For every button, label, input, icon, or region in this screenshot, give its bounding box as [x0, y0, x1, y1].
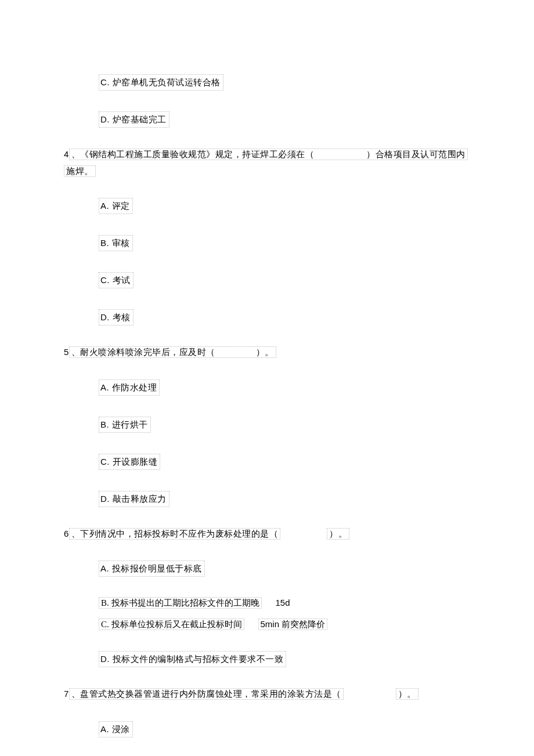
question-stem: 、盘管式热交换器管道进行内外防腐蚀处理，常采用的涂装方法是（）。 — [69, 689, 418, 699]
option-letter: D. — [100, 114, 113, 124]
q6-option-c: C. 投标单位投标后又在截止投标时间5min 前突然降价 — [99, 619, 470, 630]
q5-option-b: B. 进行烘干 — [99, 417, 151, 433]
option-text: 炉窑单机无负荷试运转合格 — [113, 78, 221, 87]
q4-option-d: D. 考核 — [99, 309, 134, 325]
question-stem: 、耐火喷涂料喷涂完毕后，应及时（）。 — [69, 346, 276, 358]
question-6: 6、下列情况中，招标投标时不应作为废标处理的是（）。 — [64, 526, 470, 542]
q3-option-c: C. 炉窑单机无负荷试运转合格 — [99, 74, 223, 91]
q3-option-d: D. 炉窑基础完工 — [99, 111, 169, 128]
question-7: 7、盘管式热交换器管道进行内外防腐蚀处理，常采用的涂装方法是（）。 — [64, 686, 470, 703]
q5-option-a: A. 作防水处理 — [99, 379, 160, 396]
q4-option-b: B. 审核 — [99, 235, 133, 251]
question-stem: 、下列情况中，招标投标时不应作为废标处理的是（）。 — [69, 529, 350, 538]
option-text: 炉窑基础完工 — [113, 115, 167, 124]
q6-option-d: D. 投标文件的编制格式与招标文件要求不一致 — [99, 651, 286, 667]
q4-option-c: C. 考试 — [99, 272, 134, 288]
q7-option-a: A. 浸涂 — [99, 721, 133, 737]
question-5: 5、耐火喷涂料喷涂完毕后，应及时（）。 — [64, 344, 470, 361]
question-number: 7 — [64, 689, 69, 699]
question-4: 4、《钢结构工程施工质量验收规范》规定，持证焊工必须在（）合格项目及认可范围内 … — [64, 146, 470, 179]
q5-option-d: D. 敲击释放应力 — [99, 491, 169, 507]
question-stem-line2: 施焊。 — [64, 165, 96, 177]
q4-option-a: A. 评定 — [99, 198, 133, 214]
q5-option-c: C. 开设膨胀缝 — [99, 454, 160, 470]
question-stem-line1: 、《钢结构工程施工质量验收规范》规定，持证焊工必须在（）合格项目及认可范围内 — [69, 149, 468, 160]
document-page: C. 炉窑单机无负荷试运转合格 D. 炉窑基础完工 4、《钢结构工程施工质量验收… — [0, 0, 534, 756]
option-letter: C. — [100, 77, 113, 87]
question-number: 4 — [64, 149, 69, 159]
q6-option-b: B. 投标书提出的工期比招标文件的工期晚15d — [99, 598, 470, 609]
question-number: 5 — [64, 347, 69, 357]
question-number: 6 — [64, 529, 69, 538]
q6-option-a: A. 投标报价明显低于标底 — [99, 560, 205, 577]
